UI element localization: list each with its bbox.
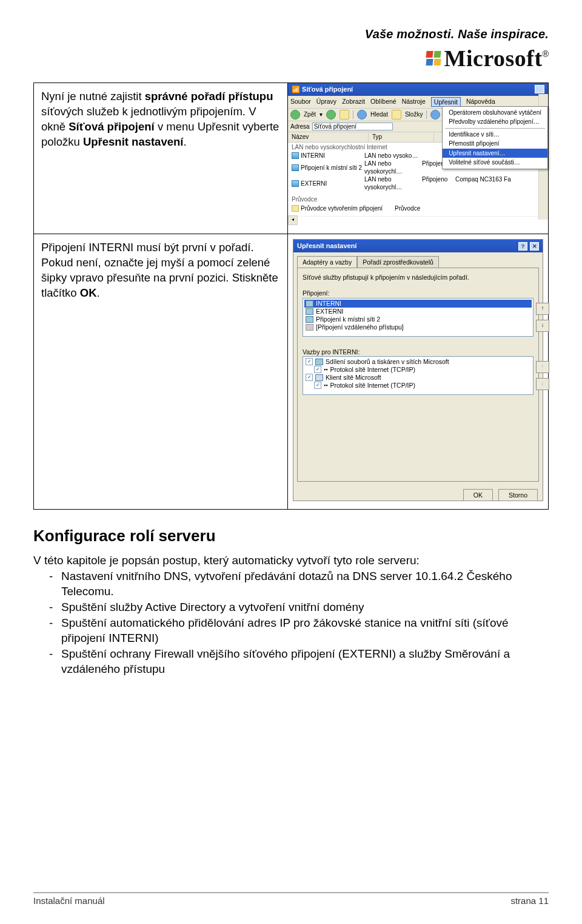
help-icon[interactable]: ? [518,242,527,251]
instruction-cell-1: Nyní je nutné zajistit správné pořadí př… [33,83,288,234]
cancel-button[interactable]: Storno [498,489,538,501]
list-item[interactable]: [Připojení vzdáleného přístupu] [304,323,532,331]
list-item[interactable]: INTERNI [304,300,532,308]
tree-item[interactable]: ✓Klient sítě Microsoft [304,374,532,382]
bindings-tree[interactable]: ✓Sdílení souborů a tiskáren v sítích Mic… [303,356,534,395]
tree-item[interactable]: ✓Sdílení souborů a tiskáren v sítích Mic… [304,358,532,366]
bullet-item: -Spuštění služby Active Directory a vytv… [33,599,549,615]
address-input[interactable] [312,123,393,130]
tree-item[interactable]: ✓▪▪Protokol sítě Internet (TCP/IP) [304,366,532,374]
tab-providers[interactable]: Pořadí zprostředkovatelů [357,256,439,268]
section-heading: Konfigurace rolí serveru [33,527,549,545]
network-icon: 📶 [292,86,300,93]
sysmenu-icons[interactable] [535,85,544,93]
nic-icon [292,164,299,171]
list-item[interactable]: Připojení k místní síti 2 [304,315,532,323]
connections-label: Připojení: [303,289,534,297]
bullet-item: -Spuštění ochrany Firewall vnějšího síťo… [33,646,549,677]
windows-flag-icon [426,50,441,66]
search-icon[interactable] [357,110,367,120]
menu-upresnit[interactable]: Upřesnit [431,97,461,107]
list-item[interactable]: EXTERNI [304,308,532,315]
wizard-row[interactable]: Průvodce vytvořením připojení Průvodce [288,204,548,212]
forward-icon[interactable] [326,110,336,120]
bullet-item: -Nastavení vnitřního DNS, vytvoření před… [33,568,549,599]
dialog-titlebar[interactable]: Upřesnit nastavení ? ✕ [293,240,543,252]
dialog-intro: Síťové služby přistupují k připojením v … [303,273,534,282]
move-up-button[interactable]: ↑ [536,361,549,373]
page-footer: Instalační manuál strana 11 [33,892,549,906]
wizard-icon [292,205,299,212]
back-icon[interactable] [290,110,300,120]
nic-icon [292,152,299,159]
connections-list[interactable]: INTERNI EXTERNI Připojení k místní síti … [303,298,534,337]
scroll-left-icon[interactable]: ◂ [288,215,298,225]
up-icon[interactable] [340,110,349,120]
instruction-cell-2: Připojení INTERNI musí být první v pořad… [33,234,288,510]
screenshot-cell-2: Upřesnit nastavení ? ✕ Adaptéry a vazby … [287,234,549,510]
tab-adapters[interactable]: Adaptéry a vazby [297,256,357,268]
footer-left: Instalační manuál [33,895,105,906]
close-icon[interactable]: ✕ [530,242,539,251]
menu-bar[interactable]: Soubor Úpravy Zobrazit Oblíbené Nástroje… [288,96,548,109]
service-icon [315,359,323,365]
group-wizard: Průvodce [288,195,548,204]
microsoft-logo: Microsoft® [426,45,549,72]
section-intro: V této kapitole je popsán postup, který … [33,553,549,568]
footer-right: strana 11 [510,895,549,906]
window-titlebar[interactable]: 📶 Síťová připojení [288,83,548,96]
move-down-button[interactable]: ↓ [536,320,549,332]
brand-text: Microsoft [444,45,543,72]
connection-row[interactable]: EXTERNI LAN nebo vysokorychl… Připojeno … [288,175,548,191]
bindings-label: Vazby pro INTERNI: [303,348,534,356]
upresnit-dropdown[interactable]: Operátorem obsluhované vytáčení Předvolb… [442,106,548,169]
folders-icon[interactable] [392,110,401,120]
move-up-button[interactable]: ↑ [536,303,549,315]
tree-item[interactable]: ✓▪▪Protokol sítě Internet (TCP/IP) [304,382,532,389]
client-icon [315,374,323,381]
move-down-button[interactable]: ↓ [536,378,549,390]
tabstrip[interactable]: Adaptéry a vazby Pořadí zprostředkovatel… [297,256,539,268]
bullet-item: -Spuštění automatického přidělování adre… [33,615,549,646]
views-icon[interactable] [430,110,440,120]
screenshot-cell-1: 📶 Síťová připojení Soubor Úpravy Zobrazi… [287,83,549,234]
menuitem-upresnit-nastaveni[interactable]: Upřesnit nastavení… [443,149,547,158]
nic-icon [292,180,299,187]
tagline: Vaše možnosti. Naše inspirace. [33,27,549,41]
page-header: Vaše možnosti. Naše inspirace. Microsoft… [33,27,549,72]
ok-button[interactable]: OK [463,489,493,501]
